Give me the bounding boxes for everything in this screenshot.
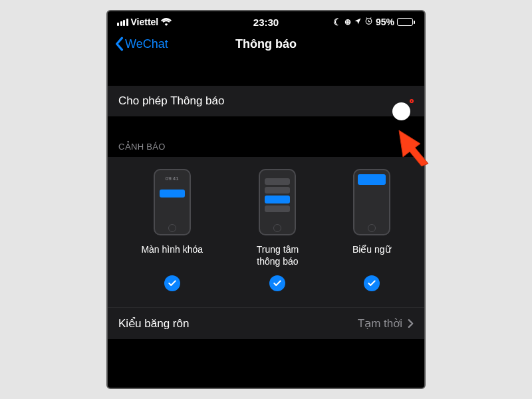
chevron-right-icon [408, 319, 414, 329]
toggle-knob [392, 102, 410, 120]
notification-center-preview-icon [259, 169, 296, 235]
banner-style-value: Tạm thời [358, 317, 402, 331]
banner-style-row[interactable]: Kiểu băng rôn Tạm thời [108, 308, 424, 339]
wifi-icon [161, 18, 172, 26]
alerts-section-header: CẢNH BÁO [108, 116, 424, 157]
lock-time-label: 09:41 [166, 176, 179, 182]
alert-option-lock-screen[interactable]: 09:41 Màn hình khóa [141, 169, 203, 291]
alert-option-notification-center[interactable]: Trung tâm thông báo [257, 169, 299, 291]
battery-icon [397, 18, 415, 26]
checkmark-icon [364, 275, 380, 291]
banner-preview-icon [353, 169, 390, 235]
moon-icon: ☾ [333, 17, 342, 27]
spacer [108, 61, 424, 86]
carrier-label: Viettel [131, 17, 159, 27]
signal-icon [117, 19, 128, 26]
back-button[interactable]: WeChat [114, 37, 168, 51]
alerts-options-row: 09:41 Màn hình khóa Trung tâm thông báo … [108, 157, 424, 307]
status-bar: Viettel 23:30 ☾ ⊕ 95% [108, 11, 424, 30]
allow-notifications-row: Cho phép Thông báo [108, 86, 424, 116]
location-icon [354, 17, 362, 27]
chevron-left-icon [114, 37, 124, 51]
alert-option-label: Biểu ngữ [352, 243, 391, 267]
lock-rotation-icon: ⊕ [344, 17, 351, 27]
checkmark-icon [269, 275, 285, 291]
status-time: 23:30 [253, 17, 279, 28]
alert-option-label: Màn hình khóa [141, 243, 203, 267]
alert-option-banners[interactable]: Biểu ngữ [352, 169, 391, 291]
phone-screen: Viettel 23:30 ☾ ⊕ 95% WeChat Thông báo C… [106, 10, 426, 389]
banner-style-label: Kiểu băng rôn [118, 317, 189, 331]
back-label: WeChat [125, 37, 168, 51]
checkmark-icon [164, 275, 180, 291]
alert-option-label: Trung tâm thông báo [257, 243, 299, 267]
alarm-icon [364, 17, 373, 27]
nav-bar: WeChat Thông báo [108, 30, 424, 61]
highlight-box [410, 99, 414, 103]
battery-pct: 95% [376, 17, 394, 27]
allow-notifications-label: Cho phép Thông báo [118, 94, 224, 108]
lock-screen-preview-icon: 09:41 [154, 169, 191, 235]
page-title: Thông báo [235, 37, 297, 51]
